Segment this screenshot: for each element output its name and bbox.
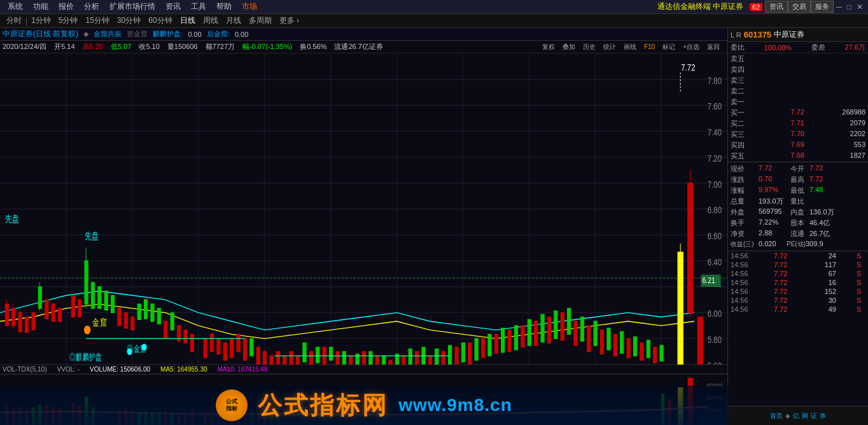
vol-ma5: MA5: 164955.30 xyxy=(160,366,207,373)
svg-rect-79 xyxy=(561,312,564,340)
tab-more[interactable]: 更多 › xyxy=(276,14,303,27)
btn-biaoji[interactable]: 标记 xyxy=(662,43,675,52)
vol-vvol: VVOL: - xyxy=(57,366,80,373)
volume-chart: 40000 30000 20000 xyxy=(0,374,727,425)
btn-diejia[interactable]: 叠加 xyxy=(563,43,575,52)
trade2-price: 7.72 xyxy=(774,261,797,268)
tab-daily[interactable]: 日线 xyxy=(176,14,199,27)
btn-service[interactable]: 服务 xyxy=(811,1,834,13)
svg-rect-80 xyxy=(574,321,577,345)
svg-rect-200 xyxy=(131,412,134,425)
svg-rect-95 xyxy=(104,291,108,310)
svg-rect-86 xyxy=(654,347,657,363)
menu-quote[interactable]: 报价 xyxy=(53,0,79,13)
liangbi-val xyxy=(809,197,841,206)
sell-row-2: 卖二 xyxy=(728,86,868,97)
stock-info-bar: 中原证券(日线·前复权) ◆ 金窟共振 资金窟 麒麟护盘: 0.00 后金窟: … xyxy=(0,28,727,41)
svg-rect-191 xyxy=(58,409,61,425)
zhangdie-label: 涨跌 xyxy=(731,175,759,185)
tab-1min[interactable]: 1分钟 xyxy=(27,14,55,27)
nav-link3[interactable]: 证 xyxy=(811,412,817,421)
tab-15min[interactable]: 15分钟 xyxy=(82,14,113,27)
nav-first[interactable]: 首页 xyxy=(770,412,783,421)
window-close[interactable]: ✕ xyxy=(854,3,865,11)
chart-float: 流通26.7亿证券 xyxy=(334,42,382,52)
menu-tools[interactable]: 工具 xyxy=(186,0,211,13)
time-tabs-bar: 分时 | 1分钟 5分钟 15分钟 30分钟 60分钟 日线 周线 月线 多周期… xyxy=(0,14,868,28)
btn-trade[interactable]: 交易 xyxy=(788,1,811,13)
svg-rect-84 xyxy=(627,338,630,358)
svg-rect-121 xyxy=(541,314,544,342)
tab-5min[interactable]: 5分钟 xyxy=(55,14,82,27)
xianjia-label: 现价 xyxy=(731,164,759,174)
pe-val: 309.9 xyxy=(806,240,823,249)
trade3-dir: S xyxy=(857,270,865,277)
svg-rect-81 xyxy=(587,326,591,352)
zuidi-label: 最低 xyxy=(790,186,809,195)
stat-xianjia: 现价 7.72 今开 7.72 xyxy=(728,164,868,174)
svg-rect-85 xyxy=(640,343,643,360)
trade4-time: 14:56 xyxy=(731,279,753,286)
menu-market[interactable]: 市场 xyxy=(237,0,262,13)
btn-huaxian[interactable]: 画线 xyxy=(624,43,636,52)
buy3-label: 买三 xyxy=(731,130,750,139)
qilin-val: 0.00 xyxy=(188,31,201,38)
btn-lishi[interactable]: 历史 xyxy=(583,43,596,52)
nav-link2[interactable]: 网 xyxy=(802,412,808,421)
guben-val: 46.4亿 xyxy=(809,218,841,228)
btn-f10[interactable]: F10 xyxy=(644,43,655,50)
info-post-gold: 后金窟: xyxy=(207,29,230,39)
sell-row-1: 卖一 xyxy=(728,97,868,108)
neipan-val: 136.0万 xyxy=(809,207,841,217)
buy-row-5: 买五 7.68 1827 xyxy=(728,151,868,162)
btn-zixuan[interactable]: +自选 xyxy=(683,43,699,52)
window-minimize[interactable]: ─ xyxy=(834,3,844,11)
tab-60min[interactable]: 60分钟 xyxy=(144,14,176,27)
stock-stats: 现价 7.72 今开 7.72 涨跌 0.70 最高 7.72 涨幅 9.97%… xyxy=(728,162,868,251)
btn-fuquan[interactable]: 复权 xyxy=(542,43,555,52)
nav-link1[interactable]: 亿 xyxy=(793,412,799,421)
svg-rect-130 xyxy=(660,345,663,361)
menu-system[interactable]: 系统 xyxy=(3,0,28,13)
nav-link4[interactable]: 券 xyxy=(820,412,826,421)
trade4-vol: 16 xyxy=(817,279,836,286)
trade5-time: 14:56 xyxy=(731,288,753,295)
stock-name-label: 中原证券(日线·前复权) xyxy=(3,29,78,39)
svg-rect-115 xyxy=(461,343,465,362)
menu-extend-market[interactable]: 扩展市场行情 xyxy=(104,0,160,13)
svg-rect-53 xyxy=(256,347,260,366)
svg-rect-129 xyxy=(647,340,650,358)
svg-rect-113 xyxy=(435,349,438,366)
right-panel: L R 601375 中原证券 委比 100.00% 委差 27.6万 卖五 卖… xyxy=(728,28,868,425)
svg-rect-52 xyxy=(243,338,246,360)
trade-row-5: 14:56 7.72 152 S xyxy=(728,287,868,296)
svg-rect-93 xyxy=(91,282,94,309)
menu-news[interactable]: 资讯 xyxy=(160,0,186,13)
trade2-dir: S xyxy=(857,261,865,268)
tab-monthly[interactable]: 月线 xyxy=(222,14,245,27)
trade3-price: 7.72 xyxy=(774,270,797,277)
svg-point-171 xyxy=(84,326,90,335)
wecha-val: 27.6万 xyxy=(845,43,865,52)
tab-multi[interactable]: 多周期 xyxy=(245,14,276,27)
order-book-header: 委比 100.00% 委差 27.6万 xyxy=(728,42,868,53)
menu-analysis[interactable]: 分析 xyxy=(79,0,104,13)
svg-rect-37 xyxy=(71,295,74,317)
menu-function[interactable]: 功能 xyxy=(28,0,53,13)
btn-news[interactable]: 资讯 xyxy=(765,1,788,13)
btn-fanhui[interactable]: 返回 xyxy=(707,43,720,52)
btn-tongji[interactable]: 统计 xyxy=(603,43,616,52)
svg-rect-208 xyxy=(157,414,160,425)
zuigao-val: 7.72 xyxy=(809,175,841,185)
trade-row-6: 14:56 7.72 30 S xyxy=(728,296,868,305)
window-maximize[interactable]: □ xyxy=(844,3,854,11)
tab-weekly[interactable]: 周线 xyxy=(199,14,222,27)
trade1-price: 7.72 xyxy=(774,252,797,260)
tab-30min[interactable]: 30分钟 xyxy=(113,14,144,27)
tab-fen-shi[interactable]: 分时 xyxy=(3,14,25,27)
stat-huanshou: 换手 7.22% 股本 46.4亿 xyxy=(728,218,868,228)
svg-rect-74 xyxy=(494,334,498,353)
svg-rect-193 xyxy=(78,406,81,425)
buy3-qty: 2202 xyxy=(827,130,865,139)
menu-help[interactable]: 帮助 xyxy=(211,0,237,13)
